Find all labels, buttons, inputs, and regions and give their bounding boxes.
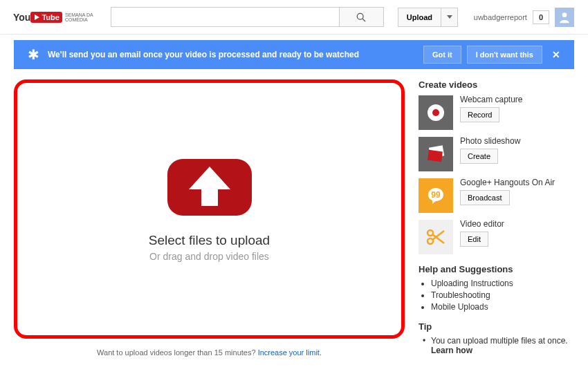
sidebar: Create videos Webcam capture Record Phot…: [419, 79, 574, 367]
learn-how-link[interactable]: Learn how: [431, 346, 472, 355]
logo-tube-badge: Tube: [30, 12, 62, 23]
upload-area: Select files to upload Or drag and drop …: [14, 79, 405, 367]
svg-rect-7: [428, 150, 443, 162]
upload-arrow-icon: [165, 156, 255, 220]
help-title: Help and Suggestions: [419, 264, 574, 274]
create-item-hangouts: 99 Google+ Hangouts On Air Broadcast: [419, 178, 574, 213]
upload-title: Select files to upload: [149, 233, 270, 248]
upload-limit-hint: Want to upload videos longer than 15 min…: [14, 348, 405, 357]
help-list: Uploading Instructions Troubleshooting M…: [419, 279, 574, 312]
svg-text:99: 99: [431, 190, 441, 200]
search-form: [111, 7, 384, 27]
user-avatar[interactable]: [555, 8, 574, 27]
youtube-logo[interactable]: YouTube SEMANA DACOMÉDIA: [14, 12, 93, 23]
logo-subtitle: SEMANA DACOMÉDIA: [65, 12, 93, 22]
tip-text: You can upload multiple files at once. L…: [419, 336, 574, 355]
user-icon: [558, 10, 571, 24]
create-videos-title: Create videos: [419, 79, 574, 90]
search-input[interactable]: [111, 7, 339, 27]
increase-limit-link[interactable]: Increase your limit.: [258, 348, 322, 357]
scissors-icon: [419, 220, 453, 254]
username-label[interactable]: uwbadgerreport: [474, 13, 527, 21]
logo-text-you: You: [13, 12, 30, 23]
header-right: uwbadgerreport 0: [474, 8, 574, 27]
close-notification-button[interactable]: ✕: [552, 49, 560, 60]
upload-subtitle: Or drag and drop video files: [149, 251, 269, 262]
create-label: Video editor: [460, 220, 504, 229]
svg-line-1: [362, 19, 365, 21]
create-label: Webcam capture: [460, 95, 523, 104]
create-button[interactable]: Create: [460, 149, 498, 164]
svg-point-2: [562, 12, 567, 17]
upload-button[interactable]: Upload: [398, 8, 441, 27]
create-label: Photo slideshow: [460, 137, 520, 146]
notification-count[interactable]: 0: [533, 10, 549, 24]
search-button[interactable]: [339, 7, 384, 27]
create-item-webcam: Webcam capture Record: [419, 95, 574, 130]
upload-button-group: Upload: [398, 8, 458, 27]
upload-dropzone[interactable]: Select files to upload Or drag and drop …: [14, 79, 405, 339]
asterisk-icon: ✱: [28, 46, 39, 63]
create-item-slideshow: Photo slideshow Create: [419, 137, 574, 171]
broadcast-button[interactable]: Broadcast: [460, 190, 510, 205]
svg-point-0: [358, 13, 364, 19]
help-link-mobile[interactable]: Mobile Uploads: [431, 302, 574, 312]
help-link-troubleshooting[interactable]: Troubleshooting: [431, 290, 574, 300]
header-bar: YouTube SEMANA DACOMÉDIA Upload uwbadger…: [0, 0, 588, 35]
upload-dropdown-button[interactable]: [441, 8, 458, 27]
svg-point-5: [432, 109, 439, 116]
chevron-down-icon: [447, 15, 452, 19]
record-button[interactable]: Record: [460, 107, 499, 122]
search-icon: [356, 12, 366, 22]
create-label: Google+ Hangouts On Air: [460, 178, 555, 187]
main-content: Select files to upload Or drag and drop …: [0, 69, 588, 367]
notification-text: We'll send you an email once your video …: [48, 50, 418, 59]
help-link-uploading[interactable]: Uploading Instructions: [431, 279, 574, 288]
notification-banner: ✱ We'll send you an email once your vide…: [14, 40, 574, 69]
create-item-editor: Video editor Edit: [419, 220, 574, 254]
dont-want-button[interactable]: I don't want this: [467, 46, 542, 64]
got-it-button[interactable]: Got it: [423, 46, 461, 64]
edit-button[interactable]: Edit: [460, 232, 488, 247]
hangouts-icon: 99: [419, 178, 453, 213]
tip-title: Tip: [419, 321, 574, 332]
slideshow-icon: [419, 137, 453, 171]
webcam-icon: [419, 95, 453, 130]
